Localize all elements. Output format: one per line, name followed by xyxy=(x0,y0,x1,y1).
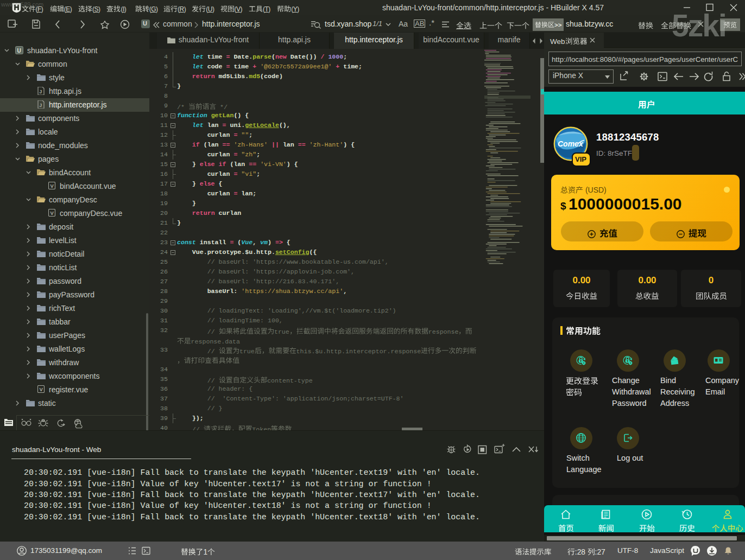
svg-text:Comex: Comex xyxy=(558,139,584,148)
svg-text:V: V xyxy=(50,183,54,189)
svg-text:V: V xyxy=(39,386,43,392)
svg-text:J: J xyxy=(39,103,42,108)
svg-text:J: J xyxy=(39,89,42,94)
svg-text:U: U xyxy=(17,48,21,54)
svg-text:V: V xyxy=(50,210,54,216)
